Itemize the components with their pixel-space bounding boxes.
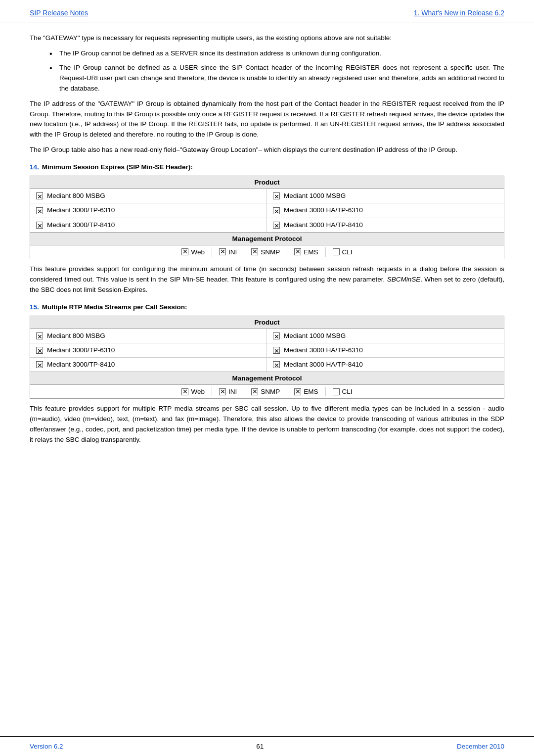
- product-cell: Mediant 800 MSBG: [30, 189, 267, 203]
- product-label: Mediant 3000 HA/TP-6310: [284, 205, 363, 215]
- product-cell: Mediant 1000 MSBG: [267, 189, 504, 203]
- section-15-heading: 15. Multiple RTP Media Streams per Call …: [30, 303, 504, 311]
- section-15-desc: This feature provides support for multip…: [30, 404, 504, 445]
- mgmt-label: CLI: [342, 248, 353, 256]
- page-footer: Version 6.2 61 December 2010: [0, 736, 534, 756]
- checkbox-icon: [251, 248, 258, 255]
- main-content: The "GATEWAY" type is necessary for requ…: [0, 33, 534, 445]
- mgmt-label: EMS: [304, 388, 318, 395]
- italic-param: SBCMinSE: [387, 276, 421, 283]
- checkbox-icon: [273, 192, 280, 199]
- product-cell: Mediant 3000 HA/TP-6310: [267, 203, 504, 218]
- mgmt-cell: INI: [212, 247, 244, 257]
- section-15-product-table: Product Mediant 800 MSBG Mediant 1000 MS…: [30, 316, 504, 399]
- checkbox-icon: [273, 361, 280, 368]
- product-cell: Mediant 1000 MSBG: [267, 329, 504, 343]
- checkbox-icon: [294, 388, 301, 395]
- header-left-link[interactable]: SIP Release Notes: [30, 9, 88, 17]
- checkbox-icon: [36, 192, 43, 199]
- checkbox-icon: [219, 248, 226, 255]
- checkbox-icon: [219, 388, 226, 395]
- checkbox-icon: [36, 222, 43, 229]
- checkbox-icon: [273, 222, 280, 229]
- checkbox-icon: [294, 248, 301, 255]
- intro-para-3: The IP Group table also has a new read-o…: [30, 145, 504, 155]
- section-14-num: 14.: [30, 163, 39, 171]
- checkbox-icon: [36, 361, 43, 368]
- checkbox-icon: [181, 388, 188, 395]
- section-15-title: Multiple RTP Media Streams per Call Sess…: [42, 303, 187, 311]
- checkbox-icon: [36, 332, 43, 339]
- product-label: Mediant 3000 HA/TP-8410: [284, 220, 363, 230]
- mgmt-row-14: Web INI SNMP EMS CLI: [30, 245, 504, 259]
- section-14-heading: 14. Minimum Session Expires (SIP Min-SE …: [30, 163, 504, 171]
- checkbox-icon: [273, 347, 280, 354]
- checkbox-icon: [181, 248, 188, 255]
- page-header: SIP Release Notes 1. What's New in Relea…: [0, 0, 534, 22]
- checkbox-icon: [273, 207, 280, 214]
- product-cell: Mediant 3000 HA/TP-6310: [267, 343, 504, 358]
- bullet-list: The IP Group cannot be defined as a SERV…: [49, 48, 504, 94]
- product-label: Mediant 3000 HA/TP-6310: [284, 345, 363, 355]
- mgmt-cell: INI: [212, 387, 244, 396]
- product-cell: Mediant 3000 HA/TP-8410: [267, 358, 504, 372]
- intro-para-2: The IP address of the "GATEWAY" IP Group…: [30, 99, 504, 141]
- mgmt-header-14: Management Protocol: [30, 232, 504, 245]
- product-header-15: Product: [30, 316, 504, 329]
- mgmt-cell: EMS: [287, 387, 325, 396]
- mgmt-cell: SNMP: [244, 247, 287, 257]
- mgmt-label: CLI: [342, 388, 353, 395]
- product-cell: Mediant 3000/TP-6310: [30, 343, 267, 358]
- product-label: Mediant 800 MSBG: [47, 191, 105, 201]
- mgmt-cell: EMS: [287, 247, 325, 257]
- footer-version: Version 6.2: [30, 743, 63, 750]
- list-item: The IP Group cannot be defined as a SERV…: [49, 48, 504, 59]
- footer-page-number: 61: [256, 743, 264, 750]
- mgmt-label: SNMP: [261, 388, 280, 395]
- product-label: Mediant 1000 MSBG: [284, 331, 346, 341]
- checkbox-icon: [273, 332, 280, 339]
- mgmt-header-15: Management Protocol: [30, 372, 504, 385]
- product-cell: Mediant 3000/TP-8410: [30, 218, 267, 232]
- mgmt-label: Web: [191, 248, 205, 256]
- section-14-title: Minimum Session Expires (SIP Min-SE Head…: [42, 163, 193, 171]
- intro-para-1: The "GATEWAY" type is necessary for requ…: [30, 33, 504, 44]
- mgmt-cell: Web: [175, 387, 212, 396]
- mgmt-row-15: Web INI SNMP EMS CLI: [30, 385, 504, 398]
- product-label: Mediant 3000/TP-8410: [47, 220, 115, 230]
- product-rows-15: Mediant 800 MSBG Mediant 1000 MSBG Media…: [30, 329, 504, 372]
- checkbox-icon: [333, 388, 340, 395]
- product-label: Mediant 1000 MSBG: [284, 191, 346, 201]
- mgmt-cell: CLI: [326, 247, 359, 257]
- mgmt-label: EMS: [304, 248, 318, 256]
- checkbox-icon: [36, 207, 43, 214]
- product-cell: Mediant 800 MSBG: [30, 329, 267, 343]
- product-cell: Mediant 3000/TP-8410: [30, 358, 267, 372]
- mgmt-cell: Web: [175, 247, 212, 257]
- mgmt-cell: CLI: [326, 387, 359, 396]
- footer-date: December 2010: [457, 743, 504, 750]
- section-15-num: 15.: [30, 303, 39, 311]
- checkbox-icon: [251, 388, 258, 395]
- product-label: Mediant 3000/TP-6310: [47, 345, 115, 355]
- mgmt-label: Web: [191, 388, 205, 395]
- product-label: Mediant 3000 HA/TP-8410: [284, 360, 363, 370]
- page: SIP Release Notes 1. What's New in Relea…: [0, 0, 534, 756]
- mgmt-cell: SNMP: [244, 387, 287, 396]
- section-14-desc: This feature provides support for config…: [30, 264, 504, 295]
- section-14-product-table: Product Mediant 800 MSBG Mediant 1000 MS…: [30, 176, 504, 259]
- product-header-14: Product: [30, 176, 504, 189]
- mgmt-label: INI: [228, 248, 237, 256]
- checkbox-icon: [333, 248, 340, 255]
- product-label: Mediant 3000/TP-6310: [47, 205, 115, 215]
- product-rows-14: Mediant 800 MSBG Mediant 1000 MSBG Media…: [30, 189, 504, 232]
- mgmt-label: SNMP: [261, 248, 280, 256]
- checkbox-icon: [36, 347, 43, 354]
- mgmt-label: INI: [228, 388, 237, 395]
- list-item: The IP Group cannot be defined as a USER…: [49, 63, 504, 94]
- product-cell: Mediant 3000 HA/TP-8410: [267, 218, 504, 232]
- product-label: Mediant 800 MSBG: [47, 331, 105, 341]
- product-label: Mediant 3000/TP-8410: [47, 360, 115, 370]
- product-cell: Mediant 3000/TP-6310: [30, 203, 267, 218]
- header-right-link[interactable]: 1. What's New in Release 6.2: [414, 9, 504, 17]
